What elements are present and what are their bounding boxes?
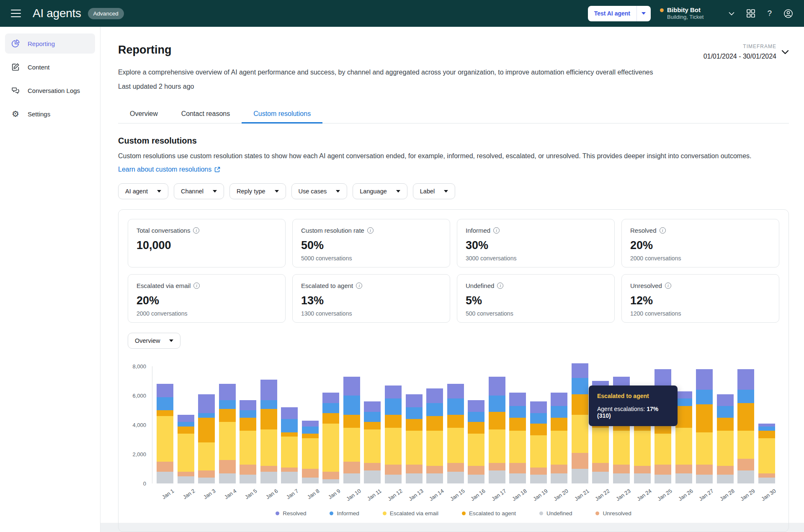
bar-segment-resolved[interactable] — [281, 407, 298, 419]
bar-segment-unresolved[interactable] — [468, 466, 484, 475]
bar-segment-unresolved[interactable] — [737, 459, 754, 470]
bar-segment-escalated-to-agent[interactable] — [281, 432, 298, 437]
bar-segment-unresolved[interactable] — [717, 466, 734, 475]
bar-segment-informed[interactable] — [260, 400, 277, 409]
bar-segment-resolved[interactable] — [178, 415, 194, 422]
info-icon[interactable]: i — [356, 283, 362, 289]
bar-segment-informed[interactable] — [302, 427, 319, 434]
bar-segment-unresolved[interactable] — [489, 463, 505, 470]
bar-segment-informed[interactable] — [509, 406, 526, 418]
bar-segment-escalated-to-agent[interactable] — [551, 418, 567, 431]
bar-jan-14[interactable]: Jan 14 — [426, 388, 443, 484]
timeframe-selector[interactable]: TIMEFRAME 01/01/2024 - 30/01/2024 — [704, 44, 789, 60]
bar-segment-undefined[interactable] — [364, 470, 381, 484]
bar-segment-unresolved[interactable] — [385, 465, 402, 475]
bar-segment-escalated-via-email[interactable] — [198, 442, 215, 470]
bar-segment-escalated-to-agent[interactable] — [302, 434, 319, 438]
info-icon[interactable]: i — [497, 283, 503, 289]
filter-use-cases[interactable]: Use cases — [291, 183, 348, 199]
bar-segment-resolved[interactable] — [406, 394, 423, 408]
bar-segment-escalated-via-email[interactable] — [447, 428, 464, 463]
apps-grid-icon[interactable] — [746, 9, 755, 18]
test-ai-agent-dropdown-toggle[interactable] — [636, 6, 651, 21]
bar-segment-undefined[interactable] — [717, 475, 734, 483]
filter-channel[interactable]: Channel — [174, 183, 224, 199]
bar-segment-informed[interactable] — [406, 407, 423, 419]
bar-jan-3[interactable]: Jan 3 — [198, 394, 215, 484]
test-ai-agent-button[interactable]: Test AI agent — [588, 6, 651, 21]
bar-segment-escalated-via-email[interactable] — [675, 428, 692, 465]
bar-segment-unresolved[interactable] — [655, 465, 671, 475]
bar-jan-11[interactable]: Jan 11 — [364, 401, 381, 483]
bar-segment-unresolved[interactable] — [675, 465, 692, 473]
bar-segment-escalated-to-agent[interactable] — [758, 431, 775, 438]
bar-segment-resolved[interactable] — [260, 380, 277, 400]
legend-item-unresolved[interactable]: Unresolved — [595, 510, 631, 517]
bar-jan-29[interactable]: Jan 29 — [737, 369, 754, 483]
info-icon[interactable]: i — [193, 227, 199, 234]
bar-segment-escalated-via-email[interactable] — [343, 428, 360, 462]
bar-segment-escalated-via-email[interactable] — [468, 434, 484, 466]
bar-segment-unresolved[interactable] — [530, 468, 547, 475]
bar-segment-undefined[interactable] — [385, 475, 402, 483]
filter-label[interactable]: Label — [413, 183, 455, 199]
bar-segment-undefined[interactable] — [157, 472, 173, 483]
bar-segment-undefined[interactable] — [675, 473, 692, 484]
filter-language[interactable]: Language — [353, 183, 407, 199]
tab-custom-resolutions[interactable]: Custom resolutions — [242, 105, 322, 123]
bar-segment-undefined[interactable] — [198, 478, 215, 483]
bar-segment-escalated-via-email[interactable] — [240, 431, 256, 465]
bar-segment-undefined[interactable] — [634, 473, 651, 484]
bar-segment-unresolved[interactable] — [240, 465, 256, 475]
info-icon[interactable]: i — [367, 227, 374, 234]
bar-segment-unresolved[interactable] — [302, 469, 319, 478]
info-icon[interactable]: i — [660, 227, 666, 234]
bar-jan-1[interactable]: Jan 1 — [157, 384, 173, 483]
bar-segment-escalated-via-email[interactable] — [219, 422, 236, 460]
bar-segment-resolved[interactable] — [572, 363, 588, 378]
bar-segment-escalated-to-agent[interactable] — [198, 418, 215, 443]
bar-segment-undefined[interactable] — [322, 479, 339, 484]
bar-segment-unresolved[interactable] — [426, 466, 443, 473]
active-bot-info[interactable]: Bibbity Bot Building, Ticket — [660, 6, 704, 21]
sidebar-item-settings[interactable]: ⚙ Settings — [5, 104, 95, 124]
legend-item-escalated-to-agent[interactable]: Escalated to agent — [462, 510, 516, 517]
legend-item-informed[interactable]: Informed — [330, 510, 359, 517]
sidebar-item-content[interactable]: Content — [5, 57, 95, 77]
bar-segment-unresolved[interactable] — [447, 463, 464, 472]
bar-segment-escalated-to-agent[interactable] — [157, 410, 173, 416]
bar-segment-resolved[interactable] — [426, 388, 443, 403]
bar-segment-unresolved[interactable] — [592, 463, 609, 472]
bar-segment-escalated-to-agent[interactable] — [364, 422, 381, 429]
bar-segment-escalated-to-agent[interactable] — [530, 424, 547, 435]
filter-ai-agent[interactable]: AI agent — [118, 183, 168, 199]
bar-segment-escalated-to-agent[interactable] — [260, 409, 277, 429]
bar-segment-escalated-via-email[interactable] — [530, 435, 547, 468]
bar-jan-20[interactable]: Jan 20 — [551, 393, 567, 483]
bar-segment-undefined[interactable] — [509, 473, 526, 484]
bar-segment-unresolved[interactable] — [551, 465, 567, 473]
test-ai-agent-label[interactable]: Test AI agent — [588, 6, 636, 21]
bar-segment-resolved[interactable] — [468, 400, 484, 412]
bar-segment-escalated-via-email[interactable] — [551, 431, 567, 465]
bar-segment-undefined[interactable] — [655, 475, 671, 483]
bar-segment-informed[interactable] — [385, 398, 402, 415]
bar-segment-resolved[interactable] — [489, 377, 505, 396]
bar-segment-unresolved[interactable] — [572, 453, 588, 469]
bar-segment-resolved[interactable] — [343, 377, 360, 396]
bar-segment-resolved[interactable] — [509, 393, 526, 406]
bar-segment-resolved[interactable] — [737, 369, 754, 390]
bar-segment-undefined[interactable] — [406, 473, 423, 484]
bar-segment-informed[interactable] — [551, 406, 567, 418]
bar-segment-informed[interactable] — [717, 406, 734, 418]
legend-item-undefined[interactable]: Undefined — [539, 510, 572, 517]
bar-segment-resolved[interactable] — [198, 394, 215, 414]
bar-segment-escalated-via-email[interactable] — [364, 429, 381, 463]
bar-segment-escalated-via-email[interactable] — [260, 429, 277, 466]
bar-segment-resolved[interactable] — [240, 400, 256, 411]
bar-jan-9[interactable]: Jan 9 — [322, 393, 339, 483]
bar-segment-escalated-to-agent[interactable] — [717, 418, 734, 431]
bar-segment-escalated-to-agent[interactable] — [343, 415, 360, 428]
bar-jan-12[interactable]: Jan 12 — [385, 386, 402, 484]
bar-segment-informed[interactable] — [758, 427, 775, 431]
